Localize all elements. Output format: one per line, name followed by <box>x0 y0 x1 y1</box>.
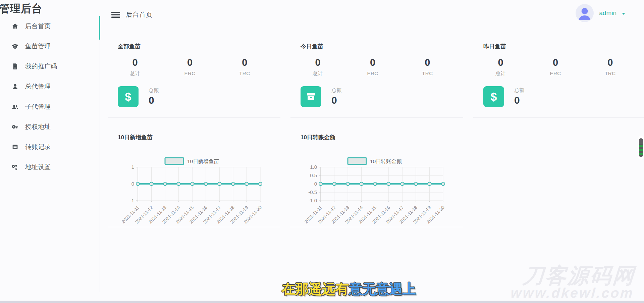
list-icon <box>11 143 19 151</box>
total-value: 0 <box>149 95 159 106</box>
sidebar-item-label: 子代管理 <box>25 102 51 111</box>
avatar-person-icon <box>576 4 594 22</box>
sidebar-item-home[interactable]: 后台首页 <box>0 16 100 36</box>
stat-value: 0 <box>583 57 638 68</box>
subtitle-rest-text: 意无意遇上 <box>349 282 416 296</box>
stat-value: 0 <box>400 57 455 68</box>
svg-text:0.5: 0.5 <box>310 172 317 178</box>
stat-columns: 0总计 0ERC 0TRC <box>108 57 272 77</box>
sidebar-item-label: 转账记录 <box>25 143 51 151</box>
dollar-icon: $ <box>483 86 504 107</box>
stat-card-title: 全部鱼苗 <box>118 43 141 50</box>
breadcrumb: 后台首页 <box>126 10 153 19</box>
stat-card-all: 全部鱼苗 0总计 0ERC 0TRC $ 总额 0 <box>108 32 280 118</box>
charts-row: 10日新增鱼苗 10-12021-11-112021-11-122021-11-… <box>108 118 463 227</box>
svg-text:-0.5: -0.5 <box>308 189 317 195</box>
svg-text:10日转账金额: 10日转账金额 <box>370 158 402 164</box>
stat-label: 总计 <box>108 70 162 77</box>
svg-text:1: 1 <box>131 164 134 170</box>
line-chart-transfer-amount: 1.00.50-0.5-1.02021-11-112021-11-122021-… <box>290 118 463 227</box>
stat-value: 0 <box>290 57 345 68</box>
watermark-site-name: 刀客源码网 <box>511 265 636 286</box>
stat-value: 0 <box>162 57 217 68</box>
sidebar-item-label: 地址设置 <box>25 163 51 171</box>
app-title: 管理后台 <box>0 2 42 16</box>
sidebar-item-label: 后台首页 <box>25 22 51 31</box>
menu-toggle-icon[interactable] <box>111 11 120 18</box>
username: admin <box>599 9 616 17</box>
stat-label: 总计 <box>473 70 528 77</box>
stat-card-yesterday: 昨日鱼苗 0总计 0ERC 0TRC $ 总额 0 <box>473 32 644 118</box>
chart-card-new-fish: 10日新增鱼苗 10-12021-11-112021-11-122021-11-… <box>108 118 280 227</box>
sidebar-item-sub-agent[interactable]: 子代管理 <box>0 97 100 117</box>
stat-columns: 0总计 0ERC 0TRC <box>473 57 638 77</box>
chart-card-transfer-amount: 10日转账金额 1.00.50-0.5-1.02021-11-112021-11… <box>290 118 463 227</box>
stat-label: ERC <box>162 70 217 76</box>
stat-label: ERC <box>345 70 400 76</box>
svg-text:-1: -1 <box>130 198 134 203</box>
stat-value: 0 <box>528 57 583 68</box>
svg-text:10日新增鱼苗: 10日新增鱼苗 <box>187 158 219 164</box>
sidebar-item-auth-address[interactable]: 授权地址 <box>0 117 100 137</box>
total-label: 总额 <box>331 87 341 94</box>
sidebar-item-transfer-records[interactable]: 转账记录 <box>0 137 100 157</box>
sidebar-item-label: 我的推广码 <box>25 62 57 71</box>
stats-row: 全部鱼苗 0总计 0ERC 0TRC $ 总额 0 今日鱼苗 0总计 0ERC … <box>108 32 644 118</box>
sidebar-item-address-settings[interactable]: 地址设置 <box>0 157 100 177</box>
stat-card-title: 昨日鱼苗 <box>483 43 506 50</box>
stat-columns: 0总计 0ERC 0TRC <box>290 57 455 77</box>
stat-label: TRC <box>400 70 455 76</box>
total-value: 0 <box>331 95 341 106</box>
total-label: 总额 <box>149 87 159 94</box>
page-header: 后台首页 <box>111 8 153 21</box>
svg-text:-1.0: -1.0 <box>308 198 317 203</box>
subtitle-highlighted-text: 在那遥远有 <box>282 282 349 296</box>
total-block: $ 总额 0 <box>118 86 159 107</box>
svg-text:0: 0 <box>131 181 134 187</box>
sidebar-menu: 后台首页 鱼苗管理 我的推广码 <box>0 16 100 177</box>
stat-value: 0 <box>108 57 162 68</box>
stat-label: 总计 <box>290 70 345 77</box>
avatar <box>576 4 594 22</box>
person-icon <box>11 83 19 90</box>
stat-card-title: 今日鱼苗 <box>301 43 323 50</box>
stat-card-today: 今日鱼苗 0总计 0ERC 0TRC 总额 0 <box>290 32 463 118</box>
sidebar-item-promo-code[interactable]: 我的推广码 <box>0 56 100 77</box>
cow-icon <box>11 43 19 50</box>
key-icon <box>11 123 19 131</box>
dollar-icon: $ <box>118 86 139 107</box>
svg-text:1.0: 1.0 <box>310 164 317 170</box>
archive-icon <box>301 86 321 107</box>
stat-value: 0 <box>473 57 528 68</box>
watermark: 刀客源码网 www.dkewl.com <box>510 265 636 300</box>
page-scrollbar-thumb[interactable] <box>639 138 643 157</box>
total-block: 总额 0 <box>301 86 341 107</box>
key-settings-icon <box>11 163 19 171</box>
main-content: 后台首页 admin 全部鱼苗 0总计 0ERC 0TRC $ 总额 0 <box>100 0 644 303</box>
stat-value: 0 <box>345 57 400 68</box>
stat-value: 0 <box>217 57 272 68</box>
group-icon <box>11 103 19 110</box>
total-label: 总额 <box>514 87 524 94</box>
video-subtitle: 在那遥远有意无意遇上 <box>282 280 416 298</box>
stat-label: TRC <box>583 70 638 76</box>
watermark-url: www.dkewl.com <box>510 286 634 300</box>
line-chart-new-fish: 10-12021-11-112021-11-122021-11-132021-1… <box>108 118 280 227</box>
total-value: 0 <box>514 95 524 106</box>
svg-text:0: 0 <box>314 181 317 187</box>
document-icon <box>11 63 19 70</box>
user-menu[interactable]: admin <box>576 4 625 22</box>
sidebar-item-label: 鱼苗管理 <box>25 42 51 51</box>
total-block: $ 总额 0 <box>483 86 524 107</box>
chevron-down-icon <box>622 13 625 15</box>
home-icon <box>11 22 19 30</box>
sidebar-item-master-agent[interactable]: 总代管理 <box>0 77 100 97</box>
sidebar: 管理后台 后台首页 鱼苗管理 <box>0 0 100 303</box>
horizontal-scrollbar[interactable] <box>0 301 644 303</box>
sidebar-item-fish-manage[interactable]: 鱼苗管理 <box>0 36 100 56</box>
sidebar-item-label: 授权地址 <box>25 122 51 131</box>
stat-label: TRC <box>217 70 272 76</box>
stat-label: ERC <box>528 70 583 76</box>
sidebar-item-label: 总代管理 <box>25 82 51 91</box>
